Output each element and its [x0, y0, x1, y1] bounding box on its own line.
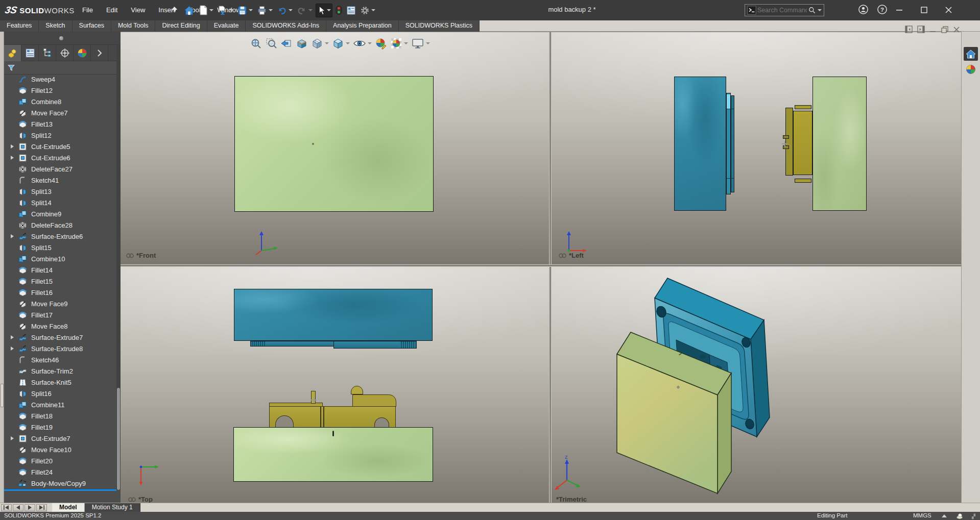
ribbon-tab-analysis-preparation[interactable]: Analysis Preparation — [326, 20, 399, 32]
tree-item[interactable]: Sweep4 — [4, 73, 116, 85]
view-orientation-button[interactable] — [311, 37, 329, 49]
tree-item[interactable]: Split15 — [4, 242, 116, 253]
rebuild-button[interactable] — [334, 4, 343, 17]
panel-tab-propertymanager[interactable] — [21, 45, 39, 61]
tree-item[interactable]: Fillet14 — [4, 264, 116, 276]
tree-item-label[interactable]: Move Face10 — [31, 446, 71, 454]
tree-item[interactable]: Fillet13 — [4, 118, 116, 130]
last-frame-button[interactable] — [36, 504, 47, 511]
tree-item[interactable]: Cut-Extrude7 — [4, 433, 116, 444]
viewport-front[interactable]: *Front — [121, 32, 549, 264]
tree-item[interactable]: Fillet15 — [4, 276, 116, 287]
viewport-left[interactable]: *Left — [552, 32, 961, 264]
tree-item-label[interactable]: Combine8 — [31, 98, 61, 106]
tree-item-label[interactable]: Split12 — [31, 132, 52, 139]
insert-pin-1[interactable] — [783, 135, 789, 139]
undo-dropdown-caret[interactable] — [289, 9, 293, 11]
search-icon[interactable] — [808, 6, 816, 14]
tree-item-label[interactable]: Fillet18 — [31, 412, 53, 420]
undo-button[interactable] — [276, 4, 294, 16]
tree-item-label[interactable]: Move Face9 — [31, 300, 68, 308]
core-plate-front-face[interactable] — [234, 76, 434, 212]
tree-item[interactable]: DeleteFace27 — [4, 163, 116, 175]
tree-item[interactable]: Surface-Trim2 — [4, 365, 116, 377]
options-button[interactable] — [359, 4, 376, 17]
window-minimize-button[interactable] — [893, 3, 906, 16]
tree-item[interactable]: Split16 — [4, 388, 116, 399]
tree-item-label[interactable]: Move Face7 — [31, 109, 68, 117]
save-dropdown-caret[interactable] — [249, 9, 253, 11]
viewport-top[interactable]: *Top — [121, 267, 549, 503]
ribbon-tab-mold-tools[interactable]: Mold Tools — [111, 20, 156, 32]
tree-item[interactable]: Cut-Extrude6 — [4, 152, 116, 163]
options-dropdown-caret[interactable] — [371, 9, 375, 11]
tree-item[interactable]: Fillet18 — [4, 410, 116, 422]
prev-frame-button[interactable] — [13, 504, 23, 511]
tree-item[interactable]: Body-Move/Copy9 — [4, 478, 116, 489]
expand-arrow-icon[interactable] — [8, 144, 16, 148]
tree-item-label[interactable]: Fillet15 — [31, 278, 53, 285]
menu-view[interactable]: View — [124, 0, 152, 20]
view-orientation-dropdown-caret[interactable] — [325, 42, 329, 44]
collapse-pane-right-button[interactable] — [917, 26, 925, 33]
tree-filter-row[interactable] — [4, 61, 121, 75]
redo-dropdown-caret[interactable] — [308, 9, 313, 11]
save-button[interactable] — [236, 4, 254, 17]
tree-item-label[interactable]: Split14 — [31, 199, 52, 207]
tree-item[interactable]: Fillet16 — [4, 287, 116, 298]
menu-edit[interactable]: Edit — [100, 0, 124, 20]
expand-arrow-icon[interactable] — [8, 346, 16, 351]
tree-item[interactable]: Surface-Extrude6 — [4, 231, 116, 242]
tree-item-label[interactable]: Fillet20 — [31, 457, 53, 465]
tree-item[interactable]: Fillet19 — [4, 422, 116, 433]
panel-tab-expand-panel[interactable] — [91, 45, 108, 61]
home-button[interactable] — [183, 4, 196, 17]
tree-scrollbar[interactable] — [116, 44, 121, 490]
tree-item[interactable]: Combine8 — [4, 96, 116, 107]
zoom-to-area-button[interactable] — [265, 37, 277, 49]
select-dropdown-caret[interactable] — [327, 9, 331, 11]
tree-item-label[interactable]: DeleteFace28 — [31, 221, 73, 229]
insert-top-tab[interactable] — [795, 105, 811, 109]
new-document-button[interactable] — [198, 4, 214, 17]
panel-tab-featuremanager-design-tree[interactable] — [4, 45, 21, 61]
tab-motion-study-1[interactable]: Motion Study 1 — [85, 503, 140, 512]
insert-bottom-tab[interactable] — [795, 179, 811, 183]
panel-grip[interactable] — [4, 32, 121, 45]
hide-show-items-dropdown-caret[interactable] — [368, 42, 372, 44]
tree-item-label[interactable]: Fillet17 — [31, 311, 53, 319]
doc-restore-button[interactable] — [941, 26, 948, 33]
file-properties-button[interactable] — [345, 4, 357, 17]
tree-item[interactable]: DeleteFace28 — [4, 219, 116, 231]
search-input[interactable] — [756, 6, 808, 14]
doc-close-button[interactable] — [953, 26, 960, 33]
insert-block-side[interactable] — [793, 111, 812, 175]
next-frame-button[interactable] — [25, 504, 35, 511]
doc-minimize-button[interactable] — [929, 26, 937, 33]
tree-item[interactable]: Cut-Extrude5 — [4, 141, 116, 152]
tree-item[interactable]: Split14 — [4, 197, 116, 208]
apply-scene-dropdown-caret[interactable] — [404, 42, 408, 44]
tree-item-label[interactable]: Surface-Extrude7 — [31, 334, 83, 341]
tree-item-label[interactable]: Cut-Extrude7 — [31, 435, 70, 442]
zoom-to-fit-button[interactable] — [250, 37, 262, 49]
help-icon[interactable]: ? — [877, 4, 888, 15]
tree-scrollbar-thumb[interactable] — [117, 388, 120, 490]
pin-menu-icon[interactable] — [170, 6, 178, 14]
tree-item-label[interactable]: Fillet14 — [31, 266, 53, 274]
tree-item[interactable]: Move Face10 — [4, 444, 116, 455]
ribbon-tab-surfaces[interactable]: Surfaces — [73, 20, 111, 32]
tree-item-label[interactable]: DeleteFace27 — [31, 165, 73, 173]
tree-item-label[interactable]: Cut-Extrude6 — [31, 154, 70, 162]
window-maximize-button[interactable] — [917, 3, 930, 16]
tree-item-label[interactable]: Split16 — [31, 390, 52, 398]
tree-item-label[interactable]: Combine10 — [31, 255, 65, 263]
expand-arrow-icon[interactable] — [8, 335, 16, 339]
select-button[interactable] — [316, 4, 332, 17]
new-document-dropdown-caret[interactable] — [209, 9, 213, 11]
tree-item-label[interactable]: Fillet12 — [31, 87, 53, 94]
tree-item[interactable]: Sketch46 — [4, 354, 116, 365]
ribbon-tab-direct-editing[interactable]: Direct Editing — [155, 20, 207, 32]
tree-item[interactable]: Move Face8 — [4, 320, 116, 332]
tree-item-label[interactable]: Sketch46 — [31, 356, 59, 364]
